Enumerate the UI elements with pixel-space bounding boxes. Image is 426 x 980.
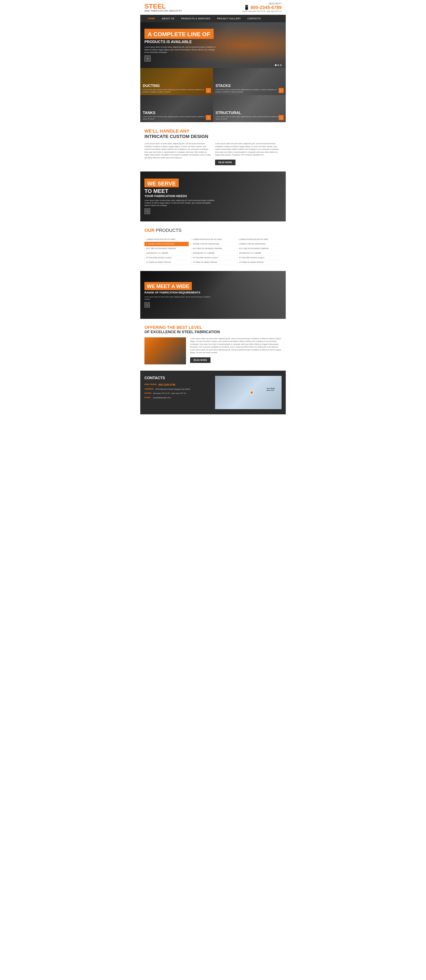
stacks-title: STACKS bbox=[215, 84, 283, 88]
wide-content: WE MEET A WIDE RANGE OF FABRICATION REQU… bbox=[140, 278, 216, 312]
phone-value[interactable]: 800-2345-6789 bbox=[158, 383, 176, 386]
excellence-text: Lorem ipsum dolor sit amet ctetur adipis… bbox=[190, 337, 282, 354]
nav-item-home[interactable]: HOME bbox=[144, 15, 158, 22]
list-item[interactable]: › ELIT SED DO EIUSMOD TEMPOR bbox=[191, 247, 235, 251]
main-nav: HOME ABOUT US PRODUCTS & SERVICES PROJEC… bbox=[140, 15, 286, 22]
list-item-highlight[interactable]: › CONSE CTETUR ADIPISICING bbox=[144, 242, 189, 247]
stacks-arrow[interactable]: › bbox=[279, 88, 283, 93]
list-item[interactable]: › ELIT SED DO EIUSMOD TEMPOR bbox=[237, 247, 282, 251]
excellence-content: Lorem ipsum dolor sit amet ctetur adipis… bbox=[144, 337, 282, 364]
list-item[interactable]: › UT ENIM AD MINIM VENIAM bbox=[237, 260, 282, 265]
excellence-title: OFFERING THE BEST LEVEL OF EXCELLENCE IN… bbox=[144, 325, 282, 334]
excellence-title-dark: OF EXCELLENCE IN STEEL FABRICATION bbox=[144, 330, 282, 334]
our-products-section: OUR PRODUCTS › LOREM IPSUM DOLOR SIT AME… bbox=[140, 221, 286, 271]
list-item[interactable]: › LOREM IPSUM DOLOR SIT AMET bbox=[191, 237, 235, 242]
list-arrow-icon: › bbox=[191, 252, 192, 254]
need-help-label: NEED HELP? bbox=[242, 3, 282, 5]
list-item[interactable]: › LOREM IPSUM DOLOR SIT AMET bbox=[237, 237, 282, 242]
wide-arrow-button[interactable]: › bbox=[144, 302, 150, 308]
footer-map: Нью-ЙоркNew York bbox=[215, 376, 282, 409]
serve-content: WE SERVE TO MEET YOUR FABRICATION NEEDS … bbox=[140, 174, 220, 218]
product-structural[interactable]: STRUCTURAL Lorem ipsum dolor sit amet ct… bbox=[213, 95, 286, 122]
excellence-image bbox=[144, 337, 186, 364]
footer-hours-row: HOURS: 8am-6pm PST M-Th · 8am-1pm PST Fr… bbox=[144, 392, 211, 395]
list-item[interactable]: › UT ENIM AD MINIM VENIAM bbox=[191, 260, 235, 265]
custom-col2: Lorem ipsum dolor sit amet ctetur adipis… bbox=[215, 142, 282, 156]
list-arrow-icon: › bbox=[144, 252, 145, 254]
custom-read-more-button[interactable]: READ MORE bbox=[215, 160, 236, 165]
list-item[interactable]: › ET DOLORE MAGNA ALIQUA bbox=[144, 256, 189, 260]
footer-email-row: E-MAIL: sample@sample.com bbox=[144, 396, 211, 399]
ducting-content: DUCTING Lorem ipsum dolor sit amet ctetu… bbox=[140, 81, 213, 95]
list-item[interactable]: › CONSE CTETUR ADIPISICING bbox=[237, 242, 282, 247]
hours-label: HOURS: bbox=[144, 392, 152, 394]
nav-item-products[interactable]: PRODUCTS & SERVICES bbox=[178, 15, 214, 22]
structural-arrow[interactable]: › bbox=[279, 115, 283, 120]
serve-banner: WE SERVE TO MEET YOUR FABRICATION NEEDS … bbox=[140, 172, 286, 221]
hero-dot-1[interactable] bbox=[275, 64, 277, 66]
list-item[interactable]: › LOREM IPSUM DOLOR SIT AMET bbox=[144, 237, 189, 242]
product-ducting[interactable]: DUCTING Lorem ipsum dolor sit amet ctetu… bbox=[140, 68, 213, 95]
structural-content: STRUCTURAL Lorem ipsum dolor sit amet ct… bbox=[213, 109, 286, 122]
nav-item-about[interactable]: ABOUT US bbox=[158, 15, 178, 22]
list-arrow-icon: › bbox=[146, 243, 147, 245]
tanks-arrow[interactable]: › bbox=[206, 115, 211, 120]
map-image: Нью-ЙоркNew York bbox=[215, 376, 282, 409]
custom-title-dark: INTRICATE CUSTOM DESIGN bbox=[144, 134, 282, 139]
list-arrow-icon: › bbox=[191, 247, 192, 250]
list-arrow-icon: › bbox=[237, 261, 238, 264]
our-products-title: OUR PRODUCTS bbox=[144, 228, 282, 233]
product-stacks[interactable]: STACKS Lorem ipsum dolor sit amet ctetur… bbox=[213, 68, 286, 95]
tanks-title: TANKS bbox=[143, 111, 211, 115]
site-header: STEEL AND FABRICATION INDUSTRY NEED HELP… bbox=[140, 0, 286, 15]
hero-description: Lorem ipsum dolor sit amet ctetur adipis… bbox=[144, 46, 216, 54]
product-grid: DUCTING Lorem ipsum dolor sit amet ctetu… bbox=[140, 68, 286, 122]
list-item[interactable]: › INCIDIDUNT UT LABORE bbox=[237, 251, 282, 256]
ducting-desc: Lorem ipsum dolor sit amet ctetur adipis… bbox=[143, 89, 211, 93]
list-item[interactable]: › ELIT SED DO EIUSMOD TEMPOR bbox=[144, 247, 189, 251]
serve-title-top: WE SERVE bbox=[147, 181, 176, 187]
wide-range-banner: WE MEET A WIDE RANGE OF FABRICATION REQU… bbox=[140, 271, 286, 319]
serve-arrow-button[interactable]: › bbox=[144, 208, 150, 214]
tanks-desc: Lorem ipsum dolor sit amet ctetur adipis… bbox=[143, 116, 211, 120]
list-arrow-icon: › bbox=[144, 247, 145, 250]
logo-subtitle: AND FABRICATION INDUSTRY bbox=[144, 10, 182, 12]
hero-dot-2[interactable] bbox=[277, 64, 279, 66]
hours-value: 8am-6pm PST M-Th · 8am-1pm PST Fri bbox=[153, 392, 187, 395]
map-pin bbox=[250, 391, 253, 394]
email-value[interactable]: sample@sample.com bbox=[153, 396, 171, 399]
list-item[interactable]: › ET DOLORE MAGNA ALIQUA bbox=[237, 256, 282, 260]
list-arrow-icon: › bbox=[191, 256, 192, 259]
custom-title-orange: WE'LL HANDLE ANY bbox=[144, 129, 282, 134]
list-item[interactable]: › INCIDIDUNT UT LABORE bbox=[144, 251, 189, 256]
list-arrow-icon: › bbox=[237, 247, 238, 250]
logo-title: STEEL bbox=[144, 3, 182, 10]
list-arrow-icon: › bbox=[237, 238, 238, 240]
hero-arrow-button[interactable]: › bbox=[144, 56, 150, 62]
nav-item-contacts[interactable]: CONTACTS bbox=[244, 15, 264, 22]
products-col3: › LOREM IPSUM DOLOR SIT AMET › CONSE CTE… bbox=[237, 237, 282, 265]
list-item[interactable]: › ET DOLORE MAGNA ALIQUA bbox=[191, 256, 235, 260]
stacks-desc: Lorem ipsum dolor sit amet ctetur adipis… bbox=[215, 89, 283, 93]
list-item[interactable]: › INCIDIDUNT UT LABORE bbox=[191, 251, 235, 256]
list-item[interactable]: › CONSE CTETUR ADIPISICING bbox=[191, 242, 235, 247]
hero-dot-3[interactable] bbox=[280, 64, 282, 66]
ducting-arrow[interactable]: › bbox=[206, 88, 211, 93]
list-arrow-icon: › bbox=[191, 238, 192, 240]
excellence-read-more-button[interactable]: READ MORE bbox=[190, 357, 211, 363]
products-col1: › LOREM IPSUM DOLOR SIT AMET › CONSE CTE… bbox=[144, 237, 189, 265]
hero-content: A COMPLETE LINE OF PRODUCTS IS AVAILABLE… bbox=[140, 22, 220, 68]
business-hours: Hours: 8am-6pm PST M-Th · 8am-1pm PST Fr… bbox=[242, 10, 282, 12]
wide-title-orange: WE MEET A WIDE bbox=[147, 284, 189, 289]
phone-number[interactable]: 📱 800-2345-6789 bbox=[242, 5, 282, 10]
product-tanks[interactable]: TANKS Lorem ipsum dolor sit amet ctetur … bbox=[140, 95, 213, 122]
phone-label: FREE PHONE: bbox=[144, 383, 157, 385]
address-label: ADDRESS: bbox=[144, 388, 154, 390]
custom-design-section: WE'LL HANDLE ANY INTRICATE CUSTOM DESIGN… bbox=[140, 122, 286, 172]
list-item[interactable]: › UT ENIM AD MINIM VENIAM bbox=[144, 260, 189, 265]
wide-title-white: RANGE OF FABRICATION REQUIREMENTS bbox=[144, 291, 212, 294]
excellence-text-container: Lorem ipsum dolor sit amet ctetur adipis… bbox=[190, 337, 282, 363]
nav-item-gallery[interactable]: PROJECT GALLERY bbox=[214, 15, 244, 22]
address-value: 4578 Marmons Road Glasgow Doe B9GR bbox=[155, 388, 190, 391]
tanks-content: TANKS Lorem ipsum dolor sit amet ctetur … bbox=[140, 109, 213, 122]
